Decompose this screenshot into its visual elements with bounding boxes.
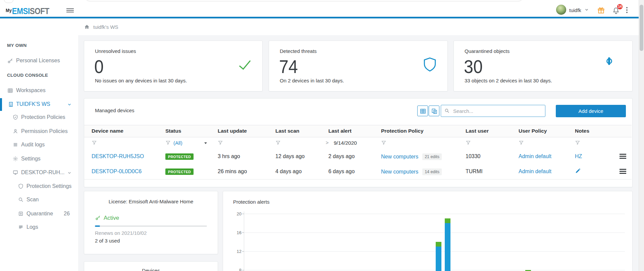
y-axis-tick-label: 12 (228, 249, 241, 254)
sidebar-item-settings[interactable]: Settings (0, 152, 78, 166)
stat-title: Unresolved issues (95, 48, 136, 54)
browser-addressbar-edge (85, 0, 523, 1)
sidebar-item-audit-logs[interactable]: Audit logs (0, 138, 78, 152)
protection-alerts-panel: Protection alerts 20 16 12 8 (223, 191, 633, 271)
y-axis-tick-label: 16 (228, 230, 241, 235)
card-quarantined-objects: Quarantined objects 30 33 objects on 2 d… (453, 41, 633, 91)
dropdown-caret-icon[interactable] (204, 142, 207, 144)
notification-count-badge: 14 (617, 4, 623, 9)
card-detected-threats: Detected threats 74 On 2 devices in last… (269, 41, 448, 91)
last-alert-filter-value[interactable]: 9/14/2020 (334, 140, 357, 146)
last-scan-cell: 12 days ago (275, 153, 305, 159)
sidebar-item-scan[interactable]: Scan (0, 193, 78, 207)
column-header-status[interactable]: Status (165, 128, 181, 134)
sidebar-item-tuidfks-ws[interactable]: TUIDFK'S WS (0, 97, 78, 111)
chevron-down-icon[interactable] (67, 102, 72, 107)
filter-funnel-icon[interactable] (165, 140, 171, 145)
user-menu[interactable]: tuidfk (569, 7, 581, 13)
quarantine-icon (18, 211, 24, 217)
filter-funnel-icon[interactable] (275, 140, 281, 145)
user-policy-link[interactable]: Admin default (519, 168, 551, 175)
key-icon (7, 58, 13, 64)
column-header-device-name[interactable]: Device name (92, 128, 123, 134)
hamburger-menu-icon[interactable] (66, 8, 74, 13)
app-header: MyEMSISOFT tuidfk 14 (0, 4, 644, 17)
building-icon (8, 101, 14, 108)
column-header-protection-policy[interactable]: Protection Policy (381, 128, 424, 134)
devices-summary-title: Devices (84, 268, 218, 271)
logs-icon (18, 224, 24, 230)
card-unresolved-issues: Unresolved issues 0 No issues on any dev… (84, 41, 263, 91)
logo-my: My (6, 7, 12, 13)
device-name-link[interactable]: DESKTOP-RUH5JSO (92, 153, 144, 159)
search-input[interactable] (452, 107, 543, 115)
protection-policy-link[interactable]: New computers (381, 154, 418, 159)
sidebar-item-personal-licenses[interactable]: Personal Licenses (0, 54, 78, 68)
sidebar-item-workspaces[interactable]: Workspaces (0, 84, 78, 97)
stat-title: Detected threats (280, 48, 317, 54)
filter-funnel-icon[interactable] (381, 140, 386, 145)
license-progress-bar (95, 225, 207, 227)
quarantine-count-badge: 26 (64, 211, 70, 217)
logo-soft: SOFT (30, 6, 49, 16)
column-header-last-user[interactable]: Last user (466, 128, 489, 134)
policy-edits-badge: 14 edits (422, 168, 442, 175)
filter-funnel-icon[interactable] (575, 140, 580, 145)
chart-bar-green-segment (445, 218, 450, 223)
table-filter-row: (All) > 9/14/2020 (84, 137, 632, 149)
column-header-last-update[interactable]: Last update (218, 128, 247, 134)
column-header-last-scan[interactable]: Last scan (275, 128, 300, 134)
filter-funnel-icon[interactable] (218, 140, 223, 145)
sidebar-item-protection-settings[interactable]: Protection Settings (0, 180, 78, 193)
user-avatar[interactable] (556, 5, 566, 15)
sidebar-item-permission-policies[interactable]: Permission Policies (0, 125, 78, 138)
filter-funnel-icon[interactable] (92, 140, 97, 145)
last-alert-filter-operator[interactable]: > (326, 140, 329, 145)
filter-funnel-icon[interactable] (519, 140, 524, 145)
chevron-down-icon[interactable] (584, 7, 589, 12)
gift-icon[interactable] (597, 6, 605, 14)
user-policy-link[interactable]: Admin default (519, 153, 551, 159)
license-progress-fill (95, 225, 100, 227)
device-name-link[interactable]: DESKTOP-0L0D0C6 (92, 168, 142, 175)
monitor-icon (12, 170, 19, 176)
breadcrumb-current: tuidfk's WS (93, 24, 118, 30)
page-scrollbar[interactable] (639, 0, 644, 271)
sidebar-item-logs[interactable]: Logs (0, 220, 78, 234)
kebab-menu-icon[interactable] (626, 7, 628, 14)
license-seats-used: 2 of 3 used (95, 238, 120, 244)
y-axis-tick-label: 8 (228, 268, 241, 271)
filter-funnel-icon[interactable] (466, 140, 471, 145)
sidebar-item-protection-policies[interactable]: Protection Policies (0, 111, 78, 124)
sidebar-item-quarantine[interactable]: Quarantine 26 (0, 207, 78, 221)
notes-edit-pencil-icon[interactable] (575, 168, 581, 175)
protection-policy-link[interactable]: New computers (381, 169, 418, 175)
row-actions-menu-icon[interactable] (620, 154, 626, 159)
column-header-user-policy[interactable]: User Policy (519, 128, 547, 134)
license-status: Active (95, 215, 119, 221)
last-update-cell: 26 mins ago (218, 168, 247, 175)
sidebar-navigation: MY OWN Personal Licenses CLOUD CONSOLE W… (0, 18, 78, 271)
license-title: License: Emsisoft Anti-Malware Home (84, 199, 218, 204)
column-header-notes[interactable]: Notes (575, 128, 589, 134)
sidebar-item-desktop-ruh[interactable]: DESKTOP-RUH... (0, 166, 78, 180)
breadcrumb: tuidfk's WS (78, 18, 639, 36)
row-actions-menu-icon[interactable] (620, 169, 626, 174)
home-icon[interactable] (84, 24, 90, 30)
active-item-indicator (0, 98, 2, 111)
scrollbar-thumb[interactable] (640, 5, 643, 51)
table-row: DESKTOP-RUH5JSO PROTECTED 3 hrs ago 12 d… (84, 149, 632, 164)
status-filter-value[interactable]: (All) (173, 140, 182, 146)
myemsisoft-logo[interactable]: MyEMSISOFT (6, 6, 49, 16)
chevron-down-icon[interactable] (67, 171, 72, 176)
protection-policy-cell: New computers21 edits (381, 153, 442, 160)
add-device-button[interactable]: Add device (556, 105, 626, 117)
chart-bar-blue-segment (436, 247, 441, 271)
notes-link[interactable]: HZ (575, 153, 582, 159)
search-icon (444, 108, 450, 114)
y-axis-tick-label: 20 (228, 211, 241, 216)
shield-icon (18, 183, 24, 190)
grid-view-toggle-button[interactable] (417, 106, 428, 116)
card-view-toggle-button[interactable] (429, 106, 439, 116)
column-header-last-alert[interactable]: Last alert (328, 128, 352, 134)
